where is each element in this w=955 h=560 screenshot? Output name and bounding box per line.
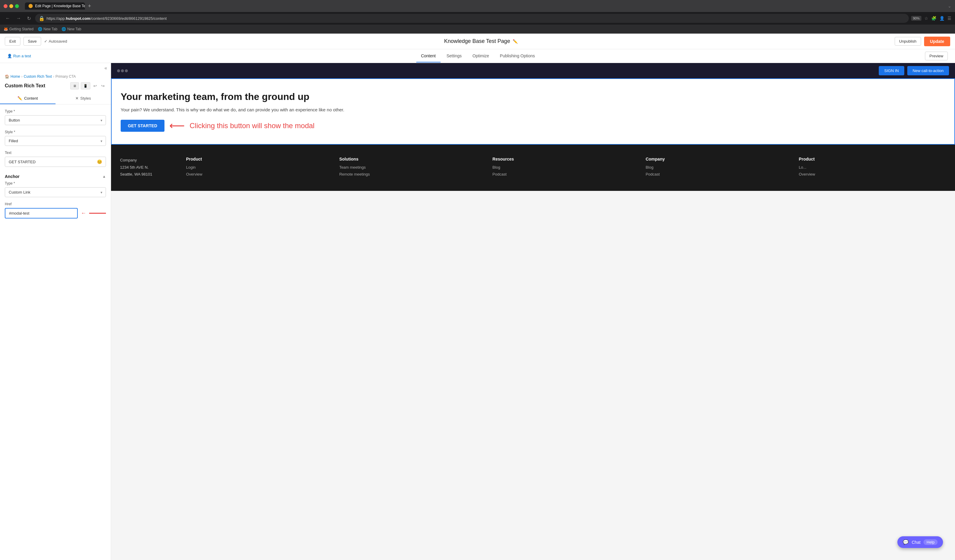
profile-icon[interactable]: 👤 <box>939 16 944 21</box>
tab-settings[interactable]: Settings <box>442 50 467 63</box>
type-select[interactable]: Button <box>5 115 106 125</box>
footer-col-company-title: Company <box>645 156 793 161</box>
footer-col-resources-item-1[interactable]: Podcast <box>493 172 640 177</box>
style-select[interactable]: Filled <box>5 136 106 146</box>
address-bar[interactable]: 🔒 https://app.hubspot.com/content/923066… <box>35 14 909 23</box>
anchor-type-select[interactable]: Custom Link <box>5 187 106 197</box>
forward-button[interactable]: → <box>14 14 23 22</box>
text-field-group: Text 😊 <box>0 151 111 172</box>
page-canvas: SIGN IN New call-to-action Your marketin… <box>111 63 955 560</box>
edit-title-icon[interactable]: ✏️ <box>513 39 518 44</box>
exit-button[interactable]: Exit <box>5 37 20 45</box>
footer-section: Company 1234 5th AVE N. Seattle, WA 9810… <box>111 145 955 191</box>
panel-tabs: ✏️ Content ✕ Styles <box>0 93 111 105</box>
href-row: ← <box>5 208 106 219</box>
footer-col-company: Company Blog Podcast <box>645 156 793 179</box>
chevron-down-icon[interactable]: ⌄ <box>948 4 951 8</box>
close-button[interactable] <box>4 4 8 8</box>
maximize-button[interactable] <box>15 4 19 8</box>
text-field-wrapper: 😊 <box>5 156 106 167</box>
footer-company-city: Seattle, WA 98101 <box>120 171 180 178</box>
type-field-group: Type * Button <box>0 109 111 130</box>
footer-col-resources-item-0[interactable]: Blog <box>493 165 640 170</box>
back-button[interactable]: ← <box>4 14 12 22</box>
tab-optimize-label: Optimize <box>473 53 489 58</box>
tab-content[interactable]: Content <box>416 50 441 63</box>
annotation-text: Clicking this button will show the modal <box>190 122 315 130</box>
breadcrumb-primary-cta: Primary CTA <box>56 74 76 79</box>
tab-label: Edit Page | Knowledge Base Te... <box>35 4 85 8</box>
footer-col-product-item-1[interactable]: Overview <box>186 172 333 177</box>
undo-button[interactable]: ↩ <box>92 82 98 89</box>
browser-navbar: ← → ↻ 🔒 https://app.hubspot.com/content/… <box>0 12 955 25</box>
emoji-button[interactable]: 😊 <box>97 160 102 164</box>
extensions-icon[interactable]: 🧩 <box>931 16 936 21</box>
collapse-panel-button[interactable]: « <box>105 66 107 71</box>
new-cta-button[interactable]: New call-to-action <box>907 66 949 75</box>
href-arrow-icon: ← <box>81 210 86 216</box>
bookmark-icon[interactable]: ☆ <box>924 16 928 21</box>
footer-col-solutions-item-0[interactable]: Team meetings <box>339 165 486 170</box>
get-started-button[interactable]: GET STARTED <box>121 120 164 132</box>
tab-optimize[interactable]: Optimize <box>468 50 494 63</box>
minimize-button[interactable] <box>9 4 13 8</box>
unpublish-button[interactable]: Unpublish <box>895 37 921 45</box>
bookmarks-bar: 🦊 Getting Started 🌐 New Tab 🌐 New Tab <box>0 25 955 34</box>
active-tab[interactable]: Edit Page | Knowledge Base Te... ✕ <box>25 2 85 9</box>
footer-col-solutions: Solutions Team meetings Remote meetings <box>339 156 486 179</box>
refresh-button[interactable]: ↻ <box>25 14 33 22</box>
footer-col-product2-item-1[interactable]: Overview <box>799 172 946 177</box>
anchor-type-select-wrapper: Custom Link <box>5 187 106 197</box>
chat-widget[interactable]: 💬 Chat Help <box>897 536 943 548</box>
tab-publishing-options[interactable]: Publishing Options <box>495 50 540 63</box>
anchor-type-field-group: Type * Custom Link <box>0 181 111 202</box>
bookmark-getting-started[interactable]: 🦊 Getting Started <box>4 27 34 31</box>
href-input[interactable] <box>5 208 78 219</box>
logo-dots <box>117 69 128 72</box>
breadcrumb-custom-rich-text[interactable]: Custom Rich Text <box>24 74 52 79</box>
footer-col-resources: Resources Blog Podcast <box>493 156 640 179</box>
desktop-view-button[interactable]: 🖥 <box>70 82 79 89</box>
app-nav-tabs: 👤 Run a test Content Settings Optimize P… <box>0 49 955 63</box>
logo-area <box>117 69 128 72</box>
panel-tab-styles[interactable]: ✕ Styles <box>56 93 111 104</box>
mobile-view-button[interactable]: 📱 <box>81 82 90 89</box>
menu-icon[interactable]: ☰ <box>947 16 951 21</box>
tab-settings-label: Settings <box>446 53 462 58</box>
text-input[interactable] <box>9 160 97 164</box>
href-field-group: Href ← <box>0 202 111 223</box>
redo-button[interactable]: ↪ <box>100 82 106 89</box>
zoom-level[interactable]: 90% <box>911 16 921 21</box>
panel-tab-content[interactable]: ✏️ Content <box>0 93 56 104</box>
bookmark-newtab-2[interactable]: 🌐 New Tab <box>61 27 81 31</box>
security-icon: 🔒 <box>39 16 45 21</box>
footer-col-product-item-0[interactable]: Login <box>186 165 333 170</box>
footer-company-info: Company 1234 5th AVE N. Seattle, WA 9810… <box>120 156 180 179</box>
save-button[interactable]: Save <box>23 37 41 45</box>
footer-col-company-item-0[interactable]: Blog <box>645 165 793 170</box>
bookmark-newtab-1[interactable]: 🌐 New Tab <box>38 27 57 31</box>
footer-col-product2-item-0[interactable]: Lo... <box>799 165 946 170</box>
help-badge: Help <box>924 539 938 545</box>
check-icon: ✓ <box>44 39 47 44</box>
footer-col-company-item-1[interactable]: Podcast <box>645 172 793 177</box>
breadcrumb-sep-1: › <box>21 74 22 79</box>
new-tab-button[interactable]: + <box>86 3 93 9</box>
run-test-link[interactable]: 👤 Run a test <box>7 54 31 58</box>
annotation-arrow-icon: ⟵ <box>169 119 185 132</box>
pencil-icon-small: ✏️ <box>17 96 22 100</box>
anchor-toggle-icon: ▲ <box>102 174 106 178</box>
bookmark-favicon-3: 🌐 <box>61 27 66 31</box>
footer-company-name: Company <box>120 156 180 164</box>
signin-button[interactable]: SIGN IN <box>879 66 904 75</box>
tab-publishing-label: Publishing Options <box>500 53 535 58</box>
style-label: Style * <box>5 130 106 134</box>
update-button[interactable]: Update <box>924 37 950 46</box>
breadcrumb-home[interactable]: Home <box>11 74 20 79</box>
breadcrumb: 🏠 Home › Custom Rich Text › Primary CTA <box>0 73 111 81</box>
footer-grid: Company 1234 5th AVE N. Seattle, WA 9810… <box>120 156 946 179</box>
anchor-section-header[interactable]: Anchor ▲ <box>0 172 111 181</box>
footer-col-solutions-item-1[interactable]: Remote meetings <box>339 172 486 177</box>
preview-button[interactable]: Preview <box>925 52 948 60</box>
footer-col-resources-title: Resources <box>493 156 640 161</box>
